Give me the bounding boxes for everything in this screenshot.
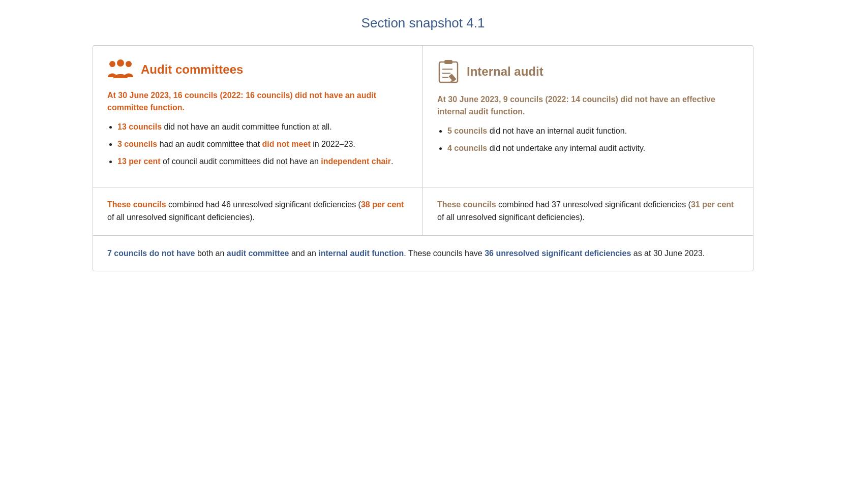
- svg-point-2: [117, 59, 124, 67]
- bullet-item: 3 councils had an audit committee that d…: [117, 138, 408, 150]
- internal-audit-summary: These councils combined had 37 unresolve…: [423, 187, 753, 235]
- internal-audit-bullets: 5 councils did not have an internal audi…: [437, 125, 739, 154]
- people-icon: [107, 58, 134, 81]
- outer-box: Audit committees At 30 June 2023, 16 cou…: [93, 45, 753, 271]
- page-wrapper: Section snapshot 4.1: [93, 10, 753, 271]
- internal-audit-panel: Internal audit At 30 June 2023, 9 counci…: [423, 46, 753, 187]
- bottom-grid: These councils combined had 46 unresolve…: [93, 187, 753, 236]
- internal-audit-title: Internal audit: [467, 65, 543, 79]
- audit-committees-summary: These councils combined had 46 unresolve…: [93, 187, 423, 235]
- svg-point-0: [109, 61, 115, 67]
- page-title: Section snapshot 4.1: [93, 10, 753, 36]
- audit-committees-header: Audit committees: [107, 58, 408, 81]
- audit-committees-bullets: 13 councils did not have an audit commit…: [107, 121, 408, 168]
- audit-committees-panel: Audit committees At 30 June 2023, 16 cou…: [93, 46, 423, 187]
- svg-rect-4: [444, 60, 452, 64]
- clipboard-icon: [437, 58, 460, 85]
- internal-audit-intro: At 30 June 2023, 9 councils (2022: 14 co…: [437, 93, 739, 118]
- audit-committees-title: Audit committees: [141, 62, 243, 77]
- top-grid: Audit committees At 30 June 2023, 16 cou…: [93, 46, 753, 187]
- bullet-item: 5 councils did not have an internal audi…: [447, 125, 739, 137]
- svg-point-1: [126, 61, 132, 67]
- internal-audit-header: Internal audit: [437, 58, 739, 85]
- audit-committees-intro: At 30 June 2023, 16 councils (2022: 16 c…: [107, 89, 408, 114]
- footer-row: 7 councils do not have both an audit com…: [93, 236, 753, 271]
- bullet-item: 13 councils did not have an audit commit…: [117, 121, 408, 133]
- bullet-item: 13 per cent of council audit committees …: [117, 155, 408, 168]
- bullet-item: 4 councils did not undertake any interna…: [447, 142, 739, 154]
